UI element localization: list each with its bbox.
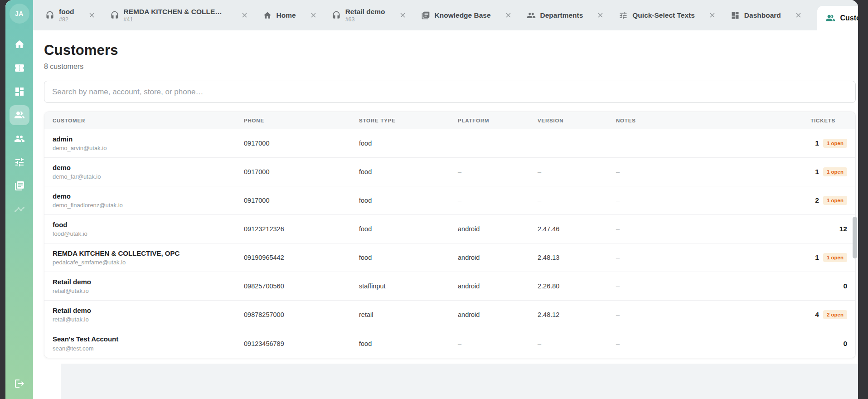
sidebar-item-dashboard[interactable] bbox=[10, 82, 29, 102]
close-icon[interactable] bbox=[504, 11, 512, 19]
sidebar-item-home[interactable] bbox=[10, 34, 29, 54]
close-icon[interactable] bbox=[241, 11, 248, 19]
customer-store-type: staffinput bbox=[351, 282, 450, 290]
customer-name: Retail demo bbox=[53, 307, 236, 315]
customer-version: – bbox=[529, 168, 608, 175]
customer-store-type: food bbox=[351, 140, 450, 147]
table-row-retail-demo[interactable]: Retail demo retail@utak.io 09825700560 s… bbox=[44, 272, 855, 301]
close-icon[interactable] bbox=[795, 11, 802, 19]
customer-notes: – bbox=[608, 140, 723, 147]
dashboard-icon bbox=[14, 86, 25, 97]
customer-email: demo_arvin@utak.io bbox=[53, 145, 236, 151]
customer-notes: – bbox=[608, 168, 723, 175]
customer-phone: 0917000 bbox=[236, 140, 351, 147]
tab-food[interactable]: food #82 bbox=[38, 0, 103, 30]
ticket-count: 1 bbox=[815, 168, 819, 176]
tab-ticket-number: #63 bbox=[345, 16, 385, 23]
ticket-count: 1 bbox=[815, 139, 819, 147]
tab-knowledge-base[interactable]: Knowledge Base bbox=[414, 0, 519, 30]
table-row-remda-kitchen-collective-opc[interactable]: REMDA KITCHEN & COLLECTIVE, OPC pedalcaf… bbox=[44, 243, 855, 272]
tab-customers[interactable]: Customers bbox=[817, 6, 858, 30]
customer-notes: – bbox=[608, 197, 723, 204]
tab-dashboard[interactable]: Dashboard bbox=[723, 0, 810, 30]
logout-button[interactable] bbox=[10, 374, 29, 394]
customer-phone: 09123456789 bbox=[236, 340, 351, 347]
library-icon bbox=[14, 180, 25, 191]
customer-name: demo bbox=[53, 192, 236, 201]
tab-label: Knowledge Base bbox=[435, 11, 491, 19]
sidebar-item-tickets[interactable] bbox=[10, 58, 29, 78]
open-tickets-badge: 1 open bbox=[823, 196, 847, 205]
customers-table: Customer Phone Store Type Platform Versi… bbox=[44, 112, 856, 358]
close-icon[interactable] bbox=[399, 11, 407, 19]
close-icon[interactable] bbox=[708, 11, 716, 19]
customer-version: 2.47.46 bbox=[529, 225, 608, 233]
ticket-count: 12 bbox=[839, 225, 847, 233]
customer-version: – bbox=[529, 140, 608, 147]
close-icon[interactable] bbox=[88, 11, 96, 19]
column-header-notes: Notes bbox=[608, 118, 723, 123]
close-icon[interactable] bbox=[596, 11, 604, 19]
column-header-version: Version bbox=[529, 118, 608, 123]
customer-notes: – bbox=[608, 340, 723, 347]
app-window: food #82 REMDA KITCHEN & COLLECTI… #41 H… bbox=[5, 0, 858, 399]
sidebar: JA bbox=[5, 0, 33, 399]
tab-home[interactable]: Home bbox=[256, 0, 325, 30]
open-tickets-badge: 2 open bbox=[823, 310, 847, 319]
customer-platform: – bbox=[450, 197, 529, 204]
tab-label: Departments bbox=[540, 11, 583, 19]
table-row-retail-demo[interactable]: Retail demo retail@utak.io 09878257000 r… bbox=[44, 301, 855, 329]
table-row-food[interactable]: food food@utak.io 09123212326 food andro… bbox=[44, 215, 855, 243]
tab-label: food bbox=[59, 8, 74, 15]
home-icon bbox=[263, 11, 272, 20]
customer-notes: – bbox=[608, 311, 723, 318]
sidebar-item-analytics[interactable] bbox=[10, 200, 29, 219]
avatar[interactable]: JA bbox=[10, 4, 29, 24]
customer-platform: – bbox=[450, 140, 529, 147]
tab-remda-kitchen[interactable]: REMDA KITCHEN & COLLECTI… #41 bbox=[103, 0, 256, 30]
customer-count: 8 customers bbox=[44, 63, 856, 71]
customer-name: demo bbox=[53, 164, 236, 172]
customers-icon bbox=[825, 13, 835, 23]
customer-email: retail@utak.io bbox=[53, 287, 236, 294]
headset-icon bbox=[110, 11, 119, 20]
tune-icon bbox=[14, 157, 25, 168]
customer-platform: – bbox=[450, 168, 529, 175]
customer-store-type: retail bbox=[351, 311, 450, 318]
customer-phone: 0917000 bbox=[236, 168, 351, 175]
customer-phone: 09123212326 bbox=[236, 225, 351, 233]
customer-store-type: food bbox=[351, 225, 450, 233]
table-row-sean-s-test-account[interactable]: Sean's Test Account sean@test.com 091234… bbox=[44, 329, 855, 358]
tab-retail-demo[interactable]: Retail demo #63 bbox=[325, 0, 414, 30]
sidebar-item-quick-select-texts[interactable] bbox=[10, 152, 29, 172]
ticket-count: 0 bbox=[843, 340, 847, 348]
departments-icon bbox=[527, 11, 536, 20]
table-row-demo[interactable]: demo demo_far@utak.io 0917000 food – – –… bbox=[44, 158, 855, 186]
customer-version: 2.48.12 bbox=[529, 311, 608, 318]
tab-quick-select-texts[interactable]: Quick-Select Texts bbox=[611, 0, 723, 30]
customer-platform: – bbox=[450, 340, 529, 347]
tab-label: Retail demo bbox=[345, 8, 385, 15]
sidebar-item-customers[interactable] bbox=[10, 105, 29, 125]
tab-departments[interactable]: Departments bbox=[519, 0, 612, 30]
table-row-demo[interactable]: demo demo_finadlorenz@utak.io 0917000 fo… bbox=[44, 186, 855, 215]
tune-icon bbox=[619, 11, 628, 20]
customer-store-type: food bbox=[351, 340, 450, 347]
departments-icon bbox=[14, 133, 25, 144]
logout-icon bbox=[14, 378, 25, 389]
customer-phone: 09190965442 bbox=[236, 254, 351, 261]
ticket-count: 0 bbox=[843, 282, 847, 290]
sidebar-item-departments[interactable] bbox=[10, 129, 29, 149]
sidebar-item-knowledge-base[interactable] bbox=[10, 176, 29, 196]
column-header-tickets: Tickets bbox=[723, 118, 855, 123]
scrollbar-thumb[interactable] bbox=[853, 217, 857, 258]
search-input[interactable] bbox=[44, 81, 856, 103]
close-icon[interactable] bbox=[310, 11, 317, 19]
tab-label: Home bbox=[276, 11, 296, 19]
tab-ticket-number: #41 bbox=[124, 16, 227, 23]
customer-store-type: food bbox=[351, 197, 450, 204]
table-row-admin[interactable]: admin demo_arvin@utak.io 0917000 food – … bbox=[44, 129, 855, 158]
tab-label: REMDA KITCHEN & COLLECTI… bbox=[124, 8, 227, 15]
sidebar-nav bbox=[10, 34, 29, 219]
headset-icon bbox=[45, 11, 54, 20]
